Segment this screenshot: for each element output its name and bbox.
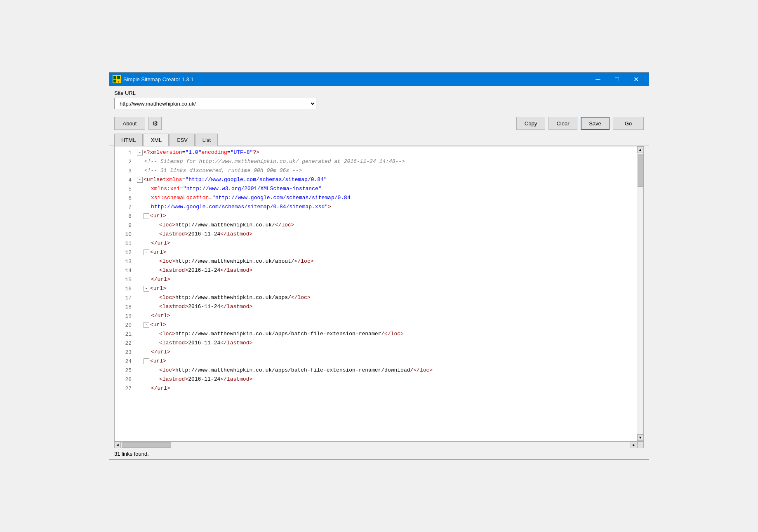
scroll-thumb-v[interactable] [638,154,643,187]
url-row: http://www.matthewhipkin.co.uk/ [114,98,644,109]
svg-rect-1 [113,76,116,79]
status-text: 31 links found. [114,451,149,457]
svg-rect-3 [113,80,116,82]
editor-area: 1 2 3 4 5 6 7 8 9 10 11 12 13 14 15 16 1… [114,146,644,441]
code-line-6: xsi:schemaLocation="http://www.google.co… [135,193,637,202]
site-url-label: Site URL [114,90,644,96]
copy-button[interactable]: Copy [516,117,545,130]
main-window: + Simple Sitemap Creator 1.3.1 ─ □ ✕ Sit… [109,72,649,460]
code-line-27: </url> [135,384,637,393]
scroll-corner [637,442,644,448]
line-num-6: 6 [115,193,135,202]
line-num-18: 18 [115,302,135,311]
vertical-scrollbar: ▲ ▼ [637,146,643,441]
code-line-11: </url> [135,239,637,248]
line-num-4: 4 [115,175,135,184]
scroll-track-v [637,153,643,434]
save-button[interactable]: Save [581,117,610,130]
line-num-11: 11 [115,239,135,248]
collapse-24[interactable]: - [144,358,149,364]
collapse-16[interactable]: - [144,286,149,292]
code-line-16: - <url> [135,284,637,293]
window-title: Simple Sitemap Creator 1.3.1 [123,76,589,82]
code-line-12: - <url> [135,248,637,257]
tab-list[interactable]: List [195,134,218,146]
line-num-7: 7 [115,202,135,212]
app-icon: + [113,75,121,83]
tab-html[interactable]: HTML [114,134,143,146]
collapse-20[interactable]: - [144,322,149,328]
code-line-1: - <?xml version="1.0" encoding="UTF-8"?> [135,148,637,157]
line-num-5: 5 [115,184,135,193]
code-line-14: <lastmod>2016-11-24</lastmod> [135,266,637,275]
code-line-25: <loc>http://www.matthewhipkin.co.uk/apps… [135,366,637,375]
line-num-14: 14 [115,266,135,275]
line-num-2: 2 [115,157,135,166]
line-num-16: 16 [115,284,135,293]
minimize-button[interactable]: ─ [589,73,607,86]
line-num-12: 12 [115,248,135,257]
horizontal-scrollbar: ◄ ► [114,441,644,448]
line-num-3: 3 [115,166,135,175]
code-content: - <?xml version="1.0" encoding="UTF-8"?>… [135,146,637,441]
scroll-right-button[interactable]: ► [631,442,637,448]
line-num-10: 10 [115,230,135,239]
code-line-15: </url> [135,275,637,284]
line-num-9: 9 [115,221,135,230]
url-input[interactable]: http://www.matthewhipkin.co.uk/ [114,98,316,109]
window-controls: ─ □ ✕ [589,73,645,86]
scroll-left-button[interactable]: ◄ [114,442,121,448]
close-button[interactable]: ✕ [626,73,645,86]
scroll-track-h [121,442,631,448]
line-num-8: 8 [115,212,135,221]
scroll-up-button[interactable]: ▲ [637,146,644,153]
collapse-8[interactable]: - [144,213,149,219]
line-num-13: 13 [115,257,135,266]
settings-button[interactable]: ⚙ [148,117,162,130]
clear-button[interactable]: Clear [548,117,577,130]
scroll-down-button[interactable]: ▼ [637,434,644,441]
collapse-1[interactable]: - [137,150,143,155]
code-line-22: <lastmod>2016-11-24</lastmod> [135,339,637,348]
about-button[interactable]: About [114,117,145,130]
collapse-12[interactable]: - [144,250,149,255]
code-line-26: <lastmod>2016-11-24</lastmod> [135,375,637,384]
code-line-5: xmlns:xsi="http://www.w3.org/2001/XMLSch… [135,184,637,193]
code-line-2: <!-- Sitemap for http://www.matthewhipki… [135,157,637,166]
tab-csv[interactable]: CSV [169,134,195,146]
scroll-thumb-h[interactable] [122,442,171,448]
line-num-1: 1 [115,148,135,157]
status-bar: 31 links found. [109,448,649,459]
tab-xml[interactable]: XML [144,134,169,146]
code-line-3: <!-- 31 links discovered, runtime 00h 00… [135,166,637,175]
collapse-4[interactable]: - [137,177,143,183]
line-num-19: 19 [115,311,135,320]
line-num-23: 23 [115,348,135,357]
code-line-7: http://www.google.com/schemas/sitemap/0.… [135,202,637,212]
line-num-27: 27 [115,384,135,393]
code-line-20: - <url> [135,320,637,330]
svg-text:+: + [118,80,120,83]
code-line-10: <lastmod>2016-11-24</lastmod> [135,230,637,239]
svg-rect-2 [117,76,120,79]
code-line-24: - <url> [135,357,637,366]
tabs-row: HTML XML CSV List [109,133,649,146]
code-line-18: <lastmod>2016-11-24</lastmod> [135,302,637,311]
code-line-4: - <urlset xmlns="http://www.google.com/s… [135,175,637,184]
line-num-17: 17 [115,293,135,302]
go-button[interactable]: Go [613,117,644,130]
code-line-8: - <url> [135,212,637,221]
code-line-9: <loc>http://www.matthewhipkin.co.uk/</lo… [135,221,637,230]
line-num-21: 21 [115,330,135,339]
line-num-15: 15 [115,275,135,284]
line-numbers: 1 2 3 4 5 6 7 8 9 10 11 12 13 14 15 16 1… [115,146,135,441]
line-num-26: 26 [115,375,135,384]
code-line-21: <loc>http://www.matthewhipkin.co.uk/apps… [135,330,637,339]
line-num-25: 25 [115,366,135,375]
code-line-19: </url> [135,311,637,320]
line-num-24: 24 [115,357,135,366]
maximize-button[interactable]: □ [607,73,626,86]
toolbar: About ⚙ Copy Clear Save Go [109,113,649,133]
code-line-23: </url> [135,348,637,357]
line-num-22: 22 [115,339,135,348]
